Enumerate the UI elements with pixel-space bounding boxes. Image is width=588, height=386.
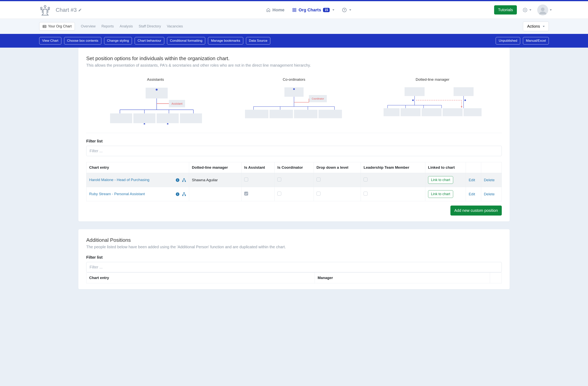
filter-label: Filter list (86, 255, 502, 260)
position-options-card: Set position options for individuals wit… (78, 48, 510, 222)
edit-link[interactable]: Edit (469, 178, 475, 182)
toolbar-change-styling[interactable]: Change styling (104, 37, 132, 44)
dotted-manager-cell (189, 187, 241, 201)
checkbox-assistant[interactable] (244, 192, 248, 196)
svg-rect-3 (293, 8, 294, 9)
checkbox-leadership[interactable] (364, 178, 368, 182)
chart-entry-link[interactable]: Harold Malone - Head of Purchasing (89, 178, 149, 182)
diagram-label-dotted: Dotted-line manager (363, 77, 502, 82)
nav-home[interactable]: Home (266, 7, 284, 13)
link-to-chart-button[interactable]: Link to chart (428, 190, 453, 198)
settings-menu[interactable] (523, 8, 531, 12)
col-chart-entry: Chart entry (86, 162, 189, 173)
edit-title-icon[interactable] (78, 8, 82, 12)
toolbar-manual-excel[interactable]: Manual/Excel (523, 37, 549, 44)
dotted-manager-cell: Shawna Aguilar (189, 173, 241, 187)
svg-point-27 (167, 123, 168, 124)
your-org-chart-button[interactable]: Your Org Chart (39, 22, 75, 31)
svg-point-2 (48, 7, 50, 9)
svg-rect-61 (177, 180, 178, 181)
main-header: Chart #3 Home Org Charts 15 ? Tutorials (0, 1, 588, 19)
svg-point-10 (43, 26, 44, 27)
home-icon (266, 8, 271, 12)
col-manager: Manager (315, 273, 490, 283)
subnav-staff-directory[interactable]: Staff Directory (139, 24, 161, 28)
checkbox-drop-level[interactable] (316, 192, 320, 196)
svg-rect-6 (295, 10, 296, 11)
chart-entry-link[interactable]: Ruby Stream - Personal Assistant (89, 192, 145, 196)
toolbar-unpublished[interactable]: Unpublished (496, 37, 520, 44)
toolbar-conditional-formatting[interactable]: Conditional formatting (167, 37, 205, 44)
checkbox-assistant[interactable] (244, 178, 248, 182)
link-to-chart-button[interactable]: Link to chart (428, 176, 453, 184)
svg-rect-22 (110, 113, 132, 123)
positions-table: Chart entry Dotted-line manager Is Assis… (86, 162, 502, 201)
actions-dropdown[interactable]: Actions (523, 21, 549, 31)
svg-rect-63 (184, 178, 185, 179)
delete-link[interactable]: Delete (484, 178, 495, 182)
svg-point-26 (144, 123, 145, 124)
checkbox-coordinator[interactable] (277, 192, 281, 196)
svg-rect-56 (400, 108, 420, 116)
tutorials-button[interactable]: Tutorials (494, 5, 517, 15)
subnav-overview[interactable]: Overview (81, 24, 95, 28)
checkbox-leadership[interactable] (364, 192, 368, 196)
svg-rect-42 (294, 110, 317, 118)
svg-rect-23 (133, 113, 156, 123)
info-icon[interactable] (175, 178, 180, 182)
hierarchy-icon[interactable] (182, 178, 186, 182)
svg-point-47 (412, 99, 414, 101)
chevron-down-icon (529, 9, 531, 11)
checkbox-coordinator[interactable] (277, 178, 281, 182)
user-menu[interactable] (537, 4, 552, 16)
svg-point-29 (293, 88, 295, 90)
svg-rect-55 (384, 108, 400, 116)
info-icon[interactable] (175, 192, 180, 196)
svg-rect-70 (182, 195, 184, 196)
toolbar-manage-bookmarks[interactable]: Manage bookmarks (208, 37, 243, 44)
svg-rect-40 (245, 110, 269, 118)
filter-input[interactable] (86, 146, 502, 156)
table-row: Ruby Stream - Personal Assistant Link to… (86, 187, 502, 201)
section-title: Additional Positions (86, 237, 502, 243)
svg-rect-25 (180, 113, 202, 123)
col-linked: Linked to chart (425, 162, 466, 173)
gear-icon (523, 8, 527, 12)
checkbox-drop-level[interactable] (316, 178, 320, 182)
svg-rect-58 (442, 108, 462, 116)
svg-rect-65 (185, 181, 186, 182)
grid-icon (292, 8, 296, 12)
table-row: Harold Malone - Head of Purchasing Shawn… (86, 173, 502, 187)
hierarchy-icon[interactable] (182, 192, 186, 196)
toolbar-chart-behaviour[interactable]: Chart behaviour (135, 37, 164, 44)
edit-link[interactable]: Edit (469, 192, 475, 196)
section-subtitle: This allows the presentation of assistan… (86, 63, 502, 68)
add-custom-position-button[interactable]: Add new custom position (450, 205, 502, 216)
svg-point-62 (177, 179, 178, 179)
chevron-down-icon (550, 9, 552, 11)
toolbar-choose-box[interactable]: Choose box contents (64, 37, 101, 44)
subnav-analysis[interactable]: Analysis (120, 24, 133, 28)
col-is-coordinator: Is Coordinator (274, 162, 314, 173)
svg-point-0 (44, 5, 46, 7)
chevron-down-icon (349, 9, 351, 11)
nav-org-charts[interactable]: Org Charts 15 (292, 7, 334, 13)
svg-rect-67 (177, 194, 178, 195)
delete-link[interactable]: Delete (484, 192, 495, 196)
col-chart-entry: Chart entry (86, 273, 315, 283)
section-title: Set position options for individuals wit… (86, 56, 502, 61)
col-drop-level: Drop down a level (314, 162, 361, 173)
section-subtitle: The people listed below have been added … (86, 245, 502, 249)
filter-input-additional[interactable] (86, 262, 502, 272)
subnav-vacancies[interactable]: Vacancies (167, 24, 183, 28)
subnav-reports[interactable]: Reports (101, 24, 114, 28)
toolbar-data-source[interactable]: Data Source (246, 37, 271, 44)
toolbar-view-chart[interactable]: View Chart (39, 37, 61, 44)
svg-text:Assistant: Assistant (171, 102, 183, 105)
additional-table: Chart entry Manager (86, 272, 502, 283)
chart-title: Chart #3 (56, 7, 77, 13)
svg-point-68 (177, 193, 178, 193)
chevron-down-icon (543, 26, 545, 27)
nav-help[interactable]: ? (342, 8, 351, 12)
diagram-coordinators: Coordinator (245, 85, 343, 119)
